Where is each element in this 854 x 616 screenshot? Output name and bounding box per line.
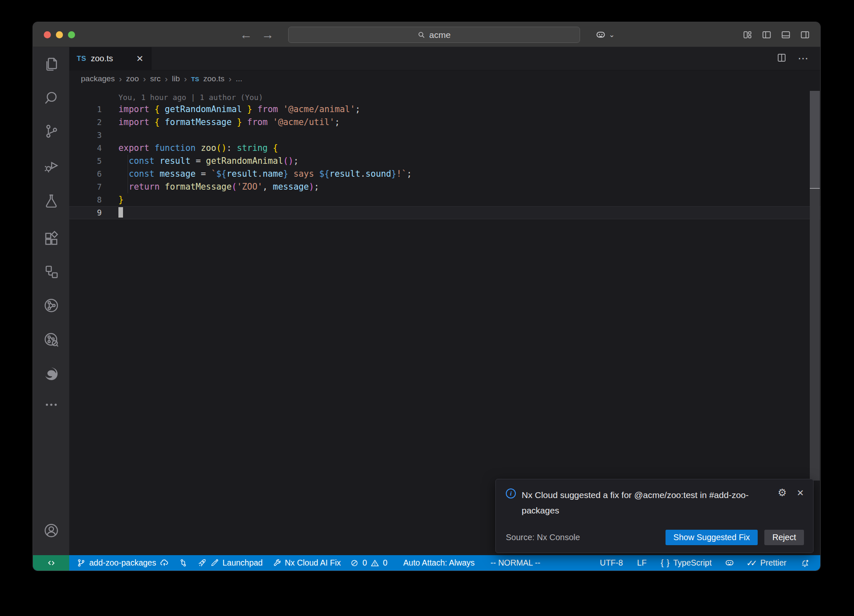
nx-cloud-fix-status-item[interactable]: Nx Cloud AI Fix xyxy=(267,558,345,568)
code-line[interactable]: 8} xyxy=(69,193,820,206)
code-editor[interactable]: You, 1 hour ago | 1 author (You) 1import… xyxy=(69,87,820,219)
code-line[interactable]: 6 const message = `${result.name} says $… xyxy=(69,168,820,180)
status-bar-right: UTF-8 LF { } TypeScript ✓✓ Prettier xyxy=(595,558,820,568)
traffic-lights xyxy=(44,22,75,47)
info-icon: i xyxy=(506,488,516,498)
auto-attach-status-item[interactable]: Auto Attach: Always xyxy=(399,558,479,568)
line-content: const result = getRandomAnimal(); xyxy=(102,155,299,168)
copilot-status-item[interactable] xyxy=(720,558,739,568)
line-number: 4 xyxy=(69,142,102,155)
line-content: import { getRandomAnimal } from '@acme/a… xyxy=(102,103,360,116)
breadcrumb-item[interactable]: zoo.ts xyxy=(203,74,225,83)
language-label: TypeScript xyxy=(673,558,712,568)
notification-settings-gear-icon[interactable]: ⚙ xyxy=(778,488,787,498)
vim-mode-status-item[interactable]: -- NORMAL -- xyxy=(486,558,545,568)
eol-label: LF xyxy=(637,558,647,568)
line-number: 5 xyxy=(69,155,102,168)
toggle-primary-sidebar-icon[interactable] xyxy=(761,30,772,40)
problems-status-item[interactable]: 0 0 xyxy=(345,558,392,568)
command-center-search[interactable]: acme xyxy=(288,27,580,43)
line-content: const message = `${result.name} says ${r… xyxy=(102,168,412,180)
bell-dot-icon xyxy=(800,558,810,568)
show-suggested-fix-button[interactable]: Show Suggested Fix xyxy=(666,530,758,545)
testing-icon[interactable] xyxy=(33,188,69,213)
reject-button[interactable]: Reject xyxy=(764,530,804,545)
line-content xyxy=(102,129,118,142)
code-line[interactable]: 3 xyxy=(69,129,820,142)
toggle-panel-icon[interactable] xyxy=(781,30,791,40)
nx-cloud-fix-label: Nx Cloud AI Fix xyxy=(285,558,341,568)
breadcrumb-item[interactable]: src xyxy=(150,74,161,83)
notifications-status-item[interactable] xyxy=(795,558,814,568)
breadcrumbs: packages › zoo › src › lib › TS zoo.ts ›… xyxy=(69,70,820,87)
breadcrumb-separator: › xyxy=(143,74,146,84)
editor-scrollbar-track[interactable] xyxy=(810,189,820,481)
layout-controls xyxy=(742,22,810,47)
line-content: } xyxy=(102,193,123,206)
accounts-icon[interactable] xyxy=(33,518,69,543)
wrench-icon xyxy=(272,558,281,568)
customize-layout-icon[interactable] xyxy=(742,30,753,40)
notification-close-icon[interactable]: ✕ xyxy=(796,488,804,497)
tab-zoo-ts[interactable]: TS zoo.ts ✕ xyxy=(69,47,151,70)
code-line[interactable]: 4export function zoo(): string { xyxy=(69,142,820,155)
notification-source: Source: Nx Console xyxy=(506,533,580,542)
code-line[interactable]: 7 return formatMessage('ZOO', message); xyxy=(69,180,820,193)
close-window-button[interactable] xyxy=(44,31,51,38)
code-line[interactable]: 9 xyxy=(69,206,820,219)
launchpad-status-item[interactable]: Launchpad xyxy=(193,558,267,568)
editor-scrollbar-slider[interactable] xyxy=(810,91,820,189)
tab-label: zoo.ts xyxy=(91,54,113,63)
forward-icon[interactable]: → xyxy=(261,28,274,41)
editor-actions: ⋯ xyxy=(776,47,820,70)
run-debug-icon[interactable] xyxy=(33,153,69,178)
nx-console-icon[interactable] xyxy=(33,259,69,284)
title-bar: ← → acme ⌄ xyxy=(33,22,820,47)
language-status-item[interactable]: { } TypeScript xyxy=(656,558,716,568)
formatter-label: Prettier xyxy=(760,558,786,568)
zoom-window-button[interactable] xyxy=(68,31,75,38)
rocket-icon xyxy=(197,558,207,568)
notification-toast: i Nx Cloud suggested a fix for @acme/zoo… xyxy=(495,479,814,553)
split-editor-icon[interactable] xyxy=(776,53,787,65)
chevron-down-icon: ⌄ xyxy=(609,30,615,39)
code-line[interactable]: 2import { formatMessage } from '@acme/ut… xyxy=(69,116,820,129)
breadcrumb-separator: › xyxy=(165,74,168,84)
source-control-icon[interactable] xyxy=(33,119,69,144)
eol-status-item[interactable]: LF xyxy=(633,558,651,568)
encoding-status-item[interactable]: UTF-8 xyxy=(595,558,628,568)
line-number: 7 xyxy=(69,180,102,193)
more-actions-icon[interactable]: ⋯ xyxy=(798,52,809,65)
more-views-icon[interactable] xyxy=(33,392,69,417)
edge-tools-icon[interactable] xyxy=(33,361,69,386)
git-branch-icon xyxy=(76,558,86,568)
breadcrumb-item[interactable]: lib xyxy=(172,74,180,83)
search-view-icon[interactable] xyxy=(33,85,69,110)
remote-indicator[interactable] xyxy=(33,555,69,571)
typescript-file-icon: TS xyxy=(77,55,86,63)
tab-close-icon[interactable]: ✕ xyxy=(136,54,143,64)
breadcrumb-item[interactable]: zoo xyxy=(126,74,139,83)
code-line[interactable]: 1import { getRandomAnimal } from '@acme/… xyxy=(69,103,820,116)
breadcrumb-separator: › xyxy=(229,74,231,84)
copilot-menu[interactable]: ⌄ xyxy=(595,22,615,47)
error-circle-slash-icon xyxy=(350,558,359,568)
warning-count: 0 xyxy=(383,558,387,568)
formatter-status-item[interactable]: ✓✓ Prettier xyxy=(742,558,791,568)
branch-status-item[interactable]: add-zoo-packages xyxy=(72,558,174,568)
minimize-window-button[interactable] xyxy=(56,31,63,38)
breadcrumb-item[interactable]: packages xyxy=(81,74,115,83)
breadcrumb-item[interactable]: ... xyxy=(236,74,242,83)
project-details-icon[interactable] xyxy=(33,327,69,352)
back-icon[interactable]: ← xyxy=(240,28,252,41)
line-content xyxy=(102,206,123,219)
extensions-icon[interactable] xyxy=(33,226,69,251)
double-check-icon: ✓✓ xyxy=(746,558,755,568)
line-number: 3 xyxy=(69,129,102,142)
error-count: 0 xyxy=(362,558,367,568)
toggle-secondary-sidebar-icon[interactable] xyxy=(800,30,810,40)
code-line[interactable]: 5 const result = getRandomAnimal(); xyxy=(69,155,820,168)
project-graph-icon[interactable] xyxy=(33,293,69,318)
git-compare-status-item[interactable] xyxy=(174,558,193,568)
explorer-icon[interactable] xyxy=(33,52,69,77)
